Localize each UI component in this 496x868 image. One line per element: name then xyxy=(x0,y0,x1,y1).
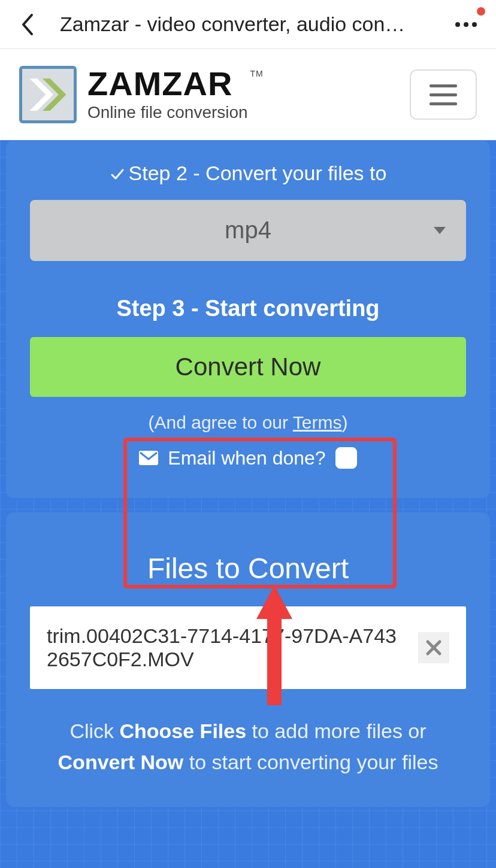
logo-icon xyxy=(19,66,77,123)
email-when-done-row: Email when done? xyxy=(30,447,466,469)
main-area: Step 2 - Convert your files to mp4 Step … xyxy=(0,140,496,868)
email-when-done-label: Email when done? xyxy=(168,447,325,469)
conversion-steps-card: Step 2 - Convert your files to mp4 Step … xyxy=(6,140,490,498)
notification-dot-icon xyxy=(477,7,485,16)
files-card: Files to Convert trim.00402C31-7714-4177… xyxy=(6,512,490,807)
file-remove-button[interactable] xyxy=(418,632,449,663)
step2-label: Step 2 - Convert your files to xyxy=(30,162,466,187)
more-horizontal-icon xyxy=(455,22,477,27)
files-hint: Click Choose Files to add more files or … xyxy=(30,715,466,778)
file-name: trim.00402C31-7714-4177-97DA-A7432657C0F… xyxy=(47,624,406,671)
format-select-value: mp4 xyxy=(225,217,271,244)
chevron-down-icon xyxy=(434,227,446,234)
browser-bar: Zamzar - video converter, audio con… xyxy=(0,0,496,49)
double-chevron-icon xyxy=(22,66,74,123)
terms-link[interactable]: Terms xyxy=(293,412,342,432)
files-title: Files to Convert xyxy=(30,552,466,585)
convert-now-button[interactable]: Convert Now xyxy=(30,337,466,397)
menu-toggle-button[interactable] xyxy=(410,69,477,120)
check-icon xyxy=(110,163,125,187)
mail-icon xyxy=(139,451,158,465)
format-select[interactable]: mp4 xyxy=(30,200,466,261)
logo[interactable]: ZAMZARTM Online file conversion xyxy=(19,66,248,123)
close-icon xyxy=(425,639,442,656)
chevron-left-icon xyxy=(20,13,34,36)
step3-label: Step 3 - Start converting xyxy=(30,296,466,321)
back-button[interactable] xyxy=(12,10,42,40)
hamburger-icon xyxy=(430,84,457,105)
page-title: Zamzar - video converter, audio con… xyxy=(60,13,442,36)
email-when-done-checkbox[interactable] xyxy=(335,447,357,469)
terms-text: (And agree to our Terms) xyxy=(30,412,466,433)
more-menu-button[interactable] xyxy=(448,10,484,40)
site-header: ZAMZARTM Online file conversion xyxy=(0,49,496,140)
brand-tagline: Online file conversion xyxy=(87,103,248,122)
file-item: trim.00402C31-7714-4177-97DA-A7432657C0F… xyxy=(30,606,466,689)
trademark-label: TM xyxy=(250,69,263,78)
brand-name: ZAMZARTM xyxy=(87,67,248,101)
